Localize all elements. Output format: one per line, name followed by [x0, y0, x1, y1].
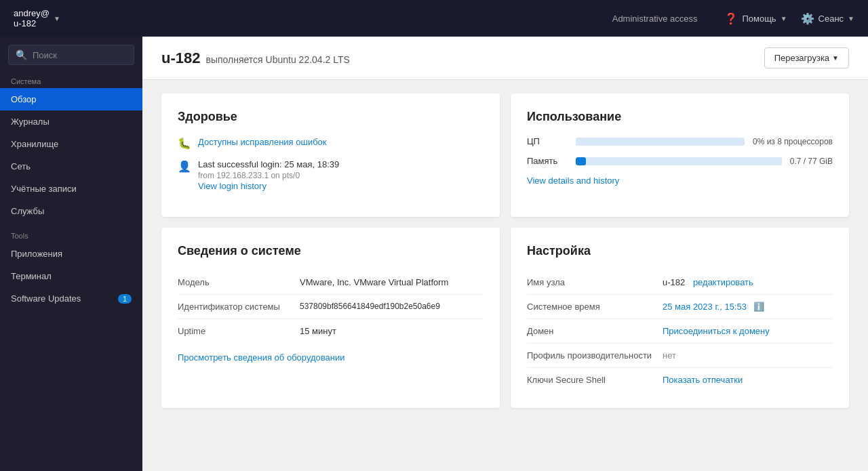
updates-label: Software Updates	[11, 293, 81, 304]
settings-value-ssh: Показать отпечатки	[663, 368, 833, 392]
table-row: Системное время 25 мая 2023 г., 15:53 ℹ️	[527, 295, 833, 319]
tools-section-label: Tools	[0, 222, 142, 243]
main-layout: 🔍 Система Обзор Журналы Хранилище Сеть У…	[0, 37, 868, 471]
session-label: Сеанс	[818, 14, 844, 24]
last-login-from: from 192.168.233.1 on pts/0	[198, 171, 339, 180]
health-bugfix-item: 🐛 Доступны исправления ошибок	[178, 136, 484, 150]
help-label: Помощь	[742, 14, 776, 24]
session-menu[interactable]: ⚙️ Сеанс ▼	[801, 12, 854, 25]
restart-button[interactable]: Перезагрузка ▼	[764, 47, 849, 68]
memory-bar-wrap	[576, 157, 782, 165]
sidebar-item-updates[interactable]: Software Updates 1	[0, 287, 142, 310]
usage-title: Использование	[527, 110, 833, 124]
show-fingerprints-link[interactable]: Показать отпечатки	[663, 375, 743, 385]
sidebar-item-storage[interactable]: Хранилище	[0, 133, 142, 155]
help-icon: ❓	[724, 12, 738, 25]
table-row: Имя узла u-182 редактировать	[527, 270, 833, 295]
gear-icon: ⚙️	[801, 12, 814, 25]
settings-value-time: 25 мая 2023 г., 15:53 ℹ️	[663, 295, 833, 319]
sysinfo-title: Сведения о системе	[178, 244, 484, 258]
sidebar: 🔍 Система Обзор Журналы Хранилище Сеть У…	[0, 37, 142, 471]
admin-access-label: Administrative access	[612, 14, 698, 24]
sysinfo-value-model: VMware, Inc. VMware Virtual Platform	[300, 270, 484, 295]
sidebar-item-accounts[interactable]: Учётные записи	[0, 178, 142, 200]
user-label: andrey@ u-182	[14, 8, 50, 28]
table-row: Модель VMware, Inc. VMware Virtual Platf…	[178, 270, 484, 295]
sysinfo-value-id: 537809bf856641849edf190b2e50a6e9	[300, 295, 484, 319]
sidebar-item-services[interactable]: Службы	[0, 200, 142, 222]
edit-hostname-link[interactable]: редактировать	[693, 277, 753, 287]
table-row: Профиль производительности нет	[527, 344, 833, 368]
system-section-label: Система	[0, 70, 142, 88]
time-info-icon: ℹ️	[753, 302, 764, 312]
sidebar-item-logs[interactable]: Журналы	[0, 110, 142, 133]
view-login-history-link[interactable]: View login history	[198, 181, 267, 191]
health-card: Здоровье 🐛 Доступны исправления ошибок 👤…	[161, 94, 500, 217]
page-header: u-182 выполняется Ubuntu 22.04.2 LTS Пер…	[142, 37, 868, 80]
view-details-link[interactable]: View details and history	[527, 176, 833, 186]
table-row: Идентификатор системы 537809bf856641849e…	[178, 295, 484, 319]
last-login-label: Last successful login:	[198, 159, 282, 169]
table-row: Домен Присоединиться к домену	[527, 319, 833, 344]
help-chevron-icon: ▼	[781, 15, 787, 22]
table-row: Uptime 15 минут	[178, 319, 484, 344]
usage-card: Использование ЦП 0% из 8 процессоров Пам…	[511, 94, 849, 217]
user-menu[interactable]: andrey@ u-182 ▼	[14, 8, 60, 28]
settings-label-time: Системное время	[527, 295, 663, 319]
join-domain-link[interactable]: Присоединиться к домену	[663, 326, 770, 336]
restart-chevron-icon: ▼	[832, 54, 839, 62]
cpu-label: ЦП	[527, 136, 568, 146]
table-row: Ключи Secure Shell Показать отпечатки	[527, 368, 833, 392]
settings-label-perf: Профиль производительности	[527, 344, 663, 368]
bug-icon: 🐛	[178, 137, 191, 150]
os-text: Ubuntu 22.04.2 LTS	[266, 54, 350, 65]
user-email: andrey@	[14, 8, 50, 18]
nodename-value: u-182	[663, 277, 685, 287]
sidebar-item-overview[interactable]: Обзор	[0, 88, 142, 110]
hardware-link[interactable]: Просмотреть сведения об оборудовании	[178, 352, 484, 363]
search-box[interactable]: 🔍	[8, 45, 134, 65]
restart-label: Перезагрузка	[774, 53, 829, 63]
health-login-item: 👤 Last successful login: 25 мая, 18:39 f…	[178, 159, 484, 191]
sidebar-item-network[interactable]: Сеть	[0, 155, 142, 178]
session-chevron-icon: ▼	[848, 15, 854, 22]
sysinfo-label-uptime: Uptime	[178, 319, 300, 344]
cpu-value: 0% из 8 процессоров	[753, 137, 833, 146]
user-icon: 👤	[178, 160, 191, 173]
sysinfo-value-uptime: 15 минут	[300, 319, 484, 344]
content-area: u-182 выполняется Ubuntu 22.04.2 LTS Пер…	[142, 37, 868, 471]
settings-card: Настройка Имя узла u-182 редактировать	[511, 228, 849, 408]
settings-label-hostname: Имя узла	[527, 270, 663, 295]
page-title-area: u-182 выполняется Ubuntu 22.04.2 LTS	[161, 49, 350, 67]
sysinfo-label-model: Модель	[178, 270, 300, 295]
perf-value: нет	[663, 350, 676, 361]
help-menu[interactable]: ❓ Помощь ▼	[724, 12, 787, 25]
sysinfo-label-id: Идентификатор системы	[178, 295, 300, 319]
memory-row: Память 0.7 / 77 GiB	[527, 156, 833, 166]
page-running-label: выполняется Ubuntu 22.04.2 LTS	[205, 54, 349, 65]
sysinfo-card: Сведения о системе Модель VMware, Inc. V…	[161, 228, 500, 408]
user-host: u-182	[14, 18, 36, 28]
search-input[interactable]	[33, 50, 127, 60]
cpu-row: ЦП 0% из 8 процессоров	[527, 136, 833, 146]
sidebar-item-apps[interactable]: Приложения	[0, 243, 142, 265]
memory-label: Память	[527, 156, 568, 166]
settings-value-hostname: u-182 редактировать	[663, 270, 833, 295]
chevron-down-icon: ▼	[54, 15, 60, 22]
settings-label-domain: Домен	[527, 319, 663, 344]
time-value: 25 мая 2023 г., 15:53	[663, 302, 747, 312]
settings-title: Настройка	[527, 244, 833, 258]
settings-value-domain: Присоединиться к домену	[663, 319, 833, 344]
sidebar-item-terminal[interactable]: Терминал	[0, 265, 142, 287]
updates-badge: 1	[118, 294, 132, 304]
memory-bar	[576, 157, 586, 165]
bugfix-link[interactable]: Доступны исправления ошибок	[198, 137, 327, 147]
last-login-date: 25 мая, 18:39	[284, 159, 339, 169]
cards-grid: Здоровье 🐛 Доступны исправления ошибок 👤…	[142, 80, 868, 422]
settings-table: Имя узла u-182 редактировать Системное в…	[527, 270, 833, 392]
cpu-bar-wrap	[576, 138, 745, 146]
running-text: выполняется	[205, 54, 262, 65]
health-title: Здоровье	[178, 110, 484, 124]
last-login-text: Last successful login: 25 мая, 18:39	[198, 159, 339, 169]
topbar: andrey@ u-182 ▼ Administrative access ❓ …	[0, 0, 868, 37]
